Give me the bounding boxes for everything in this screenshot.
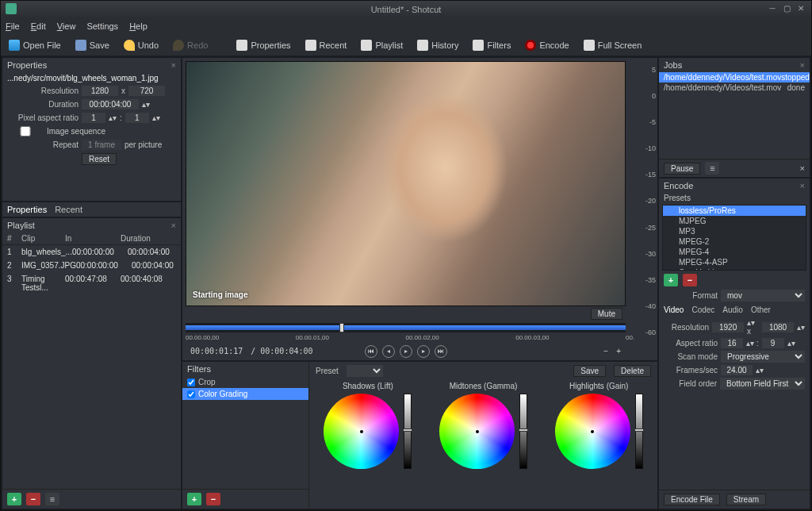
shadows-slider[interactable] xyxy=(404,394,412,469)
close-icon[interactable]: ✕ xyxy=(795,3,806,14)
skip-start-button[interactable]: ⏮ xyxy=(365,345,377,358)
playlist-row[interactable]: 2IMG_0357.JPG00:00:00:0000:00:04:00 xyxy=(2,259,181,272)
filter-checkbox[interactable] xyxy=(187,378,195,386)
resolution-width-input[interactable] xyxy=(82,86,118,96)
scrub-bar[interactable] xyxy=(186,323,626,332)
scrub-thumb[interactable] xyxy=(339,323,344,332)
preset-add-button[interactable]: + xyxy=(664,274,678,286)
playlist-row[interactable]: 3Timing Testsl...00:00:47:0800:00:40:08 xyxy=(2,272,181,294)
encode-file-button[interactable]: Encode File xyxy=(664,494,720,505)
open-file-button[interactable]: Open File xyxy=(6,38,64,52)
mute-button[interactable]: Mute xyxy=(591,308,622,320)
filter-checkbox[interactable] xyxy=(187,390,195,398)
fullscreen-button[interactable]: Full Screen xyxy=(580,38,645,52)
highlights-wheel[interactable] xyxy=(555,394,630,469)
preset-item[interactable]: lossless/ProRes xyxy=(663,206,806,216)
midtones-slider[interactable] xyxy=(519,394,527,469)
toolbar: Open File Save Undo Redo Properties Rece… xyxy=(1,34,811,56)
aspect-num-input[interactable] xyxy=(721,338,743,348)
tab-other[interactable]: Other xyxy=(751,305,771,314)
highlights-slider[interactable] xyxy=(635,394,643,469)
enc-width-input[interactable] xyxy=(712,322,744,332)
preset-select[interactable] xyxy=(347,365,383,377)
midtones-wheel[interactable] xyxy=(439,394,515,469)
filter-item[interactable]: Color Grading xyxy=(182,388,308,400)
menu-help[interactable]: Help xyxy=(129,21,147,31)
close-icon[interactable]: × xyxy=(800,163,805,173)
tab-video[interactable]: Video xyxy=(664,305,684,314)
play-button[interactable]: ▸ xyxy=(400,345,412,358)
preset-delete-button[interactable]: Delete xyxy=(614,365,651,377)
encode-button[interactable]: Encode xyxy=(522,38,572,52)
field-order-select[interactable]: Bottom Field First xyxy=(720,378,805,390)
duration-input[interactable] xyxy=(82,99,139,110)
job-row[interactable]: /home/ddennedy/Videos/test.movstopped xyxy=(659,72,810,83)
scan-mode-select[interactable]: Progressive xyxy=(721,351,805,363)
playlist-row[interactable]: 1blg_wheels_...00:00:00:0000:00:04:00 xyxy=(2,245,181,259)
preset-item[interactable]: Ogg Vorbis xyxy=(663,267,806,271)
shadows-wheel[interactable] xyxy=(324,394,399,469)
stream-button[interactable]: Stream xyxy=(726,494,766,505)
save-button[interactable]: Save xyxy=(72,38,113,52)
par-num-input[interactable] xyxy=(82,113,105,123)
preview-canvas[interactable]: Starting image xyxy=(186,61,626,306)
filters-button[interactable]: Filters xyxy=(469,38,514,52)
fps-input[interactable] xyxy=(721,365,753,375)
playlist-button[interactable]: Playlist xyxy=(358,38,406,52)
playlist-add-button[interactable]: + xyxy=(7,493,21,505)
prev-frame-button[interactable]: ◂ xyxy=(382,345,395,358)
undo-button[interactable]: Undo xyxy=(121,38,162,52)
par-den-input[interactable] xyxy=(125,113,149,123)
skip-end-button[interactable]: ⏭ xyxy=(435,345,447,358)
tab-codec[interactable]: Codec xyxy=(691,305,714,314)
preset-remove-button[interactable]: − xyxy=(683,274,697,286)
menu-edit[interactable]: Edit xyxy=(31,21,46,31)
timecode-current[interactable]: 00:00:01:17 xyxy=(190,347,243,355)
maximize-icon[interactable]: ▢ xyxy=(781,3,792,14)
menu-settings[interactable]: Settings xyxy=(86,21,118,31)
enc-height-input[interactable] xyxy=(762,322,794,332)
filter-add-button[interactable]: + xyxy=(187,493,201,505)
zoom-out-icon[interactable]: − xyxy=(603,347,608,355)
close-icon[interactable]: × xyxy=(171,60,176,70)
job-row[interactable]: /home/ddennedy/Videos/test.movdone xyxy=(659,83,810,93)
presets-list[interactable]: lossless/ProResMJPEGMP3MPEG-2MPEG-4MPEG-… xyxy=(662,205,806,271)
preset-item[interactable]: MPEG-4 xyxy=(663,247,806,257)
preset-item[interactable]: MPEG-4-ASP xyxy=(663,257,806,267)
history-button[interactable]: History xyxy=(414,38,462,52)
filter-remove-button[interactable]: − xyxy=(206,493,220,505)
format-select[interactable]: mov xyxy=(721,290,805,302)
preset-save-button[interactable]: Save xyxy=(573,365,606,377)
tab-audio[interactable]: Audio xyxy=(722,305,743,314)
next-frame-button[interactable]: ▸ xyxy=(417,345,430,358)
properties-button[interactable]: Properties xyxy=(233,38,293,52)
recent-button[interactable]: Recent xyxy=(302,38,350,52)
menu-view[interactable]: View xyxy=(57,21,76,31)
reset-button[interactable]: Reset xyxy=(82,153,117,165)
spinner-icon[interactable]: ▴▾ xyxy=(152,113,160,122)
preset-item[interactable]: MP3 xyxy=(663,226,806,236)
filter-item[interactable]: Crop xyxy=(182,376,308,388)
spinner-icon[interactable]: ▴▾ xyxy=(142,100,150,109)
spinner-icon[interactable]: ▴▾ xyxy=(109,113,117,122)
close-icon[interactable]: × xyxy=(171,221,176,230)
zoom-in-icon[interactable]: + xyxy=(616,347,621,355)
file-path: ...nedy/src/movit/blg_wheels_woman_1.jpg xyxy=(2,72,181,84)
close-icon[interactable]: × xyxy=(800,181,805,190)
tab-properties[interactable]: Properties xyxy=(7,205,47,214)
resolution-height-input[interactable] xyxy=(128,86,165,96)
image-sequence-checkbox[interactable] xyxy=(7,126,44,136)
preset-item[interactable]: MPEG-2 xyxy=(663,236,806,247)
close-icon[interactable]: × xyxy=(800,60,805,70)
filters-panel: Filters CropColor Grading + − Preset Sav… xyxy=(182,362,657,509)
playlist-remove-button[interactable]: − xyxy=(26,493,40,505)
redo-button[interactable]: Redo xyxy=(170,38,211,52)
playlist-menu-button[interactable]: ≡ xyxy=(45,493,59,505)
tab-recent[interactable]: Recent xyxy=(55,205,82,214)
aspect-den-input[interactable] xyxy=(762,338,784,348)
minimize-icon[interactable]: ─ xyxy=(767,3,778,14)
jobs-menu-button[interactable]: ≡ xyxy=(705,162,719,175)
jobs-pause-button[interactable]: Pause xyxy=(664,163,700,175)
menu-file[interactable]: File xyxy=(6,21,20,31)
preset-item[interactable]: MJPEG xyxy=(663,216,806,226)
